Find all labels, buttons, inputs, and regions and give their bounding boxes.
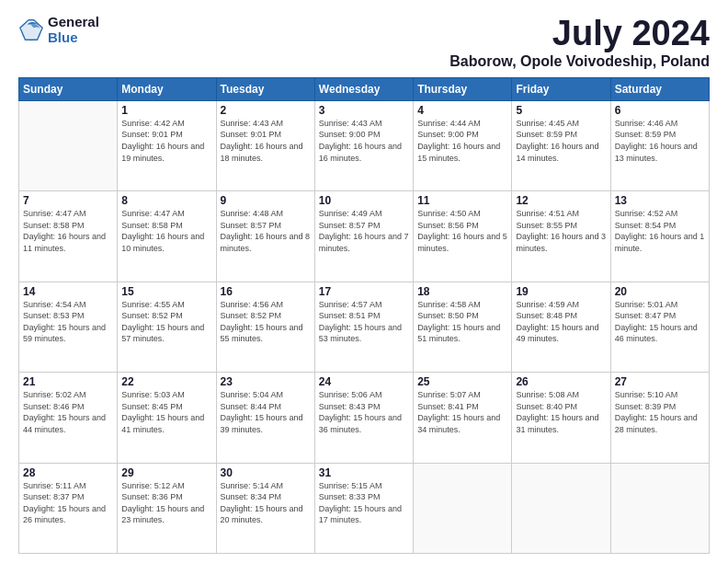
page: General Blue July 2024 Baborow, Opole Vo…: [0, 0, 728, 563]
logo-text: General Blue: [48, 15, 99, 45]
logo-blue-text: Blue: [48, 30, 99, 46]
day-number: 3: [319, 104, 409, 117]
day-number: 9: [221, 194, 311, 207]
day-info: Sunrise: 4:54 AMSunset: 8:53 PMDaylight:…: [23, 299, 113, 345]
table-row: 15Sunrise: 4:55 AMSunset: 8:52 PMDayligh…: [118, 282, 216, 372]
table-row: 12Sunrise: 4:51 AMSunset: 8:55 PMDayligh…: [512, 191, 610, 282]
location-title: Baborow, Opole Voivodeship, Poland: [449, 53, 710, 70]
table-row: 7Sunrise: 4:47 AMSunset: 8:58 PMDaylight…: [19, 191, 118, 282]
day-info: Sunrise: 5:15 AMSunset: 8:33 PMDaylight:…: [319, 480, 409, 526]
table-row: 28Sunrise: 5:11 AMSunset: 8:37 PMDayligh…: [19, 463, 118, 553]
table-row: 16Sunrise: 4:56 AMSunset: 8:52 PMDayligh…: [216, 282, 314, 372]
day-info: Sunrise: 5:01 AMSunset: 8:47 PMDaylight:…: [615, 299, 705, 345]
day-info: Sunrise: 4:45 AMSunset: 8:59 PMDaylight:…: [516, 118, 606, 164]
day-info: Sunrise: 5:14 AMSunset: 8:34 PMDaylight:…: [221, 480, 311, 526]
day-info: Sunrise: 4:49 AMSunset: 8:57 PMDaylight:…: [319, 208, 409, 254]
day-number: 10: [319, 194, 409, 207]
day-info: Sunrise: 4:48 AMSunset: 8:57 PMDaylight:…: [221, 208, 311, 254]
day-info: Sunrise: 5:07 AMSunset: 8:41 PMDaylight:…: [417, 389, 507, 435]
header-sunday: Sunday: [19, 77, 118, 100]
table-row: 30Sunrise: 5:14 AMSunset: 8:34 PMDayligh…: [216, 463, 314, 553]
calendar-week-row: 1Sunrise: 4:42 AMSunset: 9:01 PMDaylight…: [19, 100, 710, 190]
table-row: 4Sunrise: 4:44 AMSunset: 9:00 PMDaylight…: [414, 100, 512, 190]
table-row: 24Sunrise: 5:06 AMSunset: 8:43 PMDayligh…: [314, 373, 413, 463]
day-info: Sunrise: 4:43 AMSunset: 9:01 PMDaylight:…: [221, 118, 311, 164]
table-row: 2Sunrise: 4:43 AMSunset: 9:01 PMDaylight…: [216, 100, 314, 190]
calendar-table: Sunday Monday Tuesday Wednesday Thursday…: [18, 77, 710, 554]
table-row: 1Sunrise: 4:42 AMSunset: 9:01 PMDaylight…: [118, 100, 216, 190]
day-number: 17: [319, 285, 409, 298]
table-row: 22Sunrise: 5:03 AMSunset: 8:45 PMDayligh…: [118, 373, 216, 463]
day-info: Sunrise: 5:11 AMSunset: 8:37 PMDaylight:…: [23, 480, 113, 526]
table-row: [610, 463, 709, 553]
day-info: Sunrise: 4:47 AMSunset: 8:58 PMDaylight:…: [121, 208, 211, 254]
logo: General Blue: [18, 15, 99, 45]
day-number: 7: [23, 194, 113, 207]
header-monday: Monday: [118, 77, 216, 100]
day-info: Sunrise: 4:43 AMSunset: 9:00 PMDaylight:…: [319, 118, 409, 164]
calendar-week-row: 21Sunrise: 5:02 AMSunset: 8:46 PMDayligh…: [19, 373, 710, 463]
day-number: 22: [121, 375, 211, 388]
header-wednesday: Wednesday: [314, 77, 413, 100]
day-number: 26: [516, 375, 606, 388]
header-thursday: Thursday: [414, 77, 512, 100]
day-number: 18: [417, 285, 507, 298]
table-row: 14Sunrise: 4:54 AMSunset: 8:53 PMDayligh…: [19, 282, 118, 372]
day-info: Sunrise: 5:10 AMSunset: 8:39 PMDaylight:…: [615, 389, 705, 435]
day-number: 13: [615, 194, 705, 207]
table-row: 26Sunrise: 5:08 AMSunset: 8:40 PMDayligh…: [512, 373, 610, 463]
table-row: 18Sunrise: 4:58 AMSunset: 8:50 PMDayligh…: [414, 282, 512, 372]
calendar-week-row: 7Sunrise: 4:47 AMSunset: 8:58 PMDaylight…: [19, 191, 710, 282]
day-info: Sunrise: 4:55 AMSunset: 8:52 PMDaylight:…: [121, 299, 211, 345]
day-number: 29: [121, 466, 211, 479]
table-row: 23Sunrise: 5:04 AMSunset: 8:44 PMDayligh…: [216, 373, 314, 463]
table-row: 3Sunrise: 4:43 AMSunset: 9:00 PMDaylight…: [314, 100, 413, 190]
header-friday: Friday: [512, 77, 610, 100]
day-number: 25: [417, 375, 507, 388]
day-info: Sunrise: 5:04 AMSunset: 8:44 PMDaylight:…: [221, 389, 311, 435]
day-number: 19: [516, 285, 606, 298]
day-info: Sunrise: 4:44 AMSunset: 9:00 PMDaylight:…: [417, 118, 507, 164]
day-number: 8: [121, 194, 211, 207]
table-row: 29Sunrise: 5:12 AMSunset: 8:36 PMDayligh…: [118, 463, 216, 553]
month-title: July 2024: [449, 15, 710, 53]
day-info: Sunrise: 5:08 AMSunset: 8:40 PMDaylight:…: [516, 389, 606, 435]
table-row: 5Sunrise: 4:45 AMSunset: 8:59 PMDaylight…: [512, 100, 610, 190]
table-row: 19Sunrise: 4:59 AMSunset: 8:48 PMDayligh…: [512, 282, 610, 372]
table-row: 13Sunrise: 4:52 AMSunset: 8:54 PMDayligh…: [610, 191, 709, 282]
day-number: 4: [417, 104, 507, 117]
calendar-header-row: Sunday Monday Tuesday Wednesday Thursday…: [19, 77, 710, 100]
table-row: [414, 463, 512, 553]
day-number: 14: [23, 285, 113, 298]
day-info: Sunrise: 4:59 AMSunset: 8:48 PMDaylight:…: [516, 299, 606, 345]
table-row: 20Sunrise: 5:01 AMSunset: 8:47 PMDayligh…: [610, 282, 709, 372]
header-tuesday: Tuesday: [216, 77, 314, 100]
header-saturday: Saturday: [610, 77, 709, 100]
calendar-week-row: 14Sunrise: 4:54 AMSunset: 8:53 PMDayligh…: [19, 282, 710, 372]
day-number: 16: [221, 285, 311, 298]
header: General Blue July 2024 Baborow, Opole Vo…: [18, 15, 710, 70]
table-row: 31Sunrise: 5:15 AMSunset: 8:33 PMDayligh…: [314, 463, 413, 553]
table-row: 6Sunrise: 4:46 AMSunset: 8:59 PMDaylight…: [610, 100, 709, 190]
day-info: Sunrise: 4:57 AMSunset: 8:51 PMDaylight:…: [319, 299, 409, 345]
day-info: Sunrise: 4:47 AMSunset: 8:58 PMDaylight:…: [23, 208, 113, 254]
day-number: 12: [516, 194, 606, 207]
day-info: Sunrise: 4:56 AMSunset: 8:52 PMDaylight:…: [221, 299, 311, 345]
day-info: Sunrise: 5:12 AMSunset: 8:36 PMDaylight:…: [121, 480, 211, 526]
day-number: 28: [23, 466, 113, 479]
day-number: 11: [417, 194, 507, 207]
day-info: Sunrise: 4:51 AMSunset: 8:55 PMDaylight:…: [516, 208, 606, 254]
day-number: 27: [615, 375, 705, 388]
table-row: 25Sunrise: 5:07 AMSunset: 8:41 PMDayligh…: [414, 373, 512, 463]
day-info: Sunrise: 5:06 AMSunset: 8:43 PMDaylight:…: [319, 389, 409, 435]
table-row: [512, 463, 610, 553]
table-row: 9Sunrise: 4:48 AMSunset: 8:57 PMDaylight…: [216, 191, 314, 282]
day-number: 6: [615, 104, 705, 117]
day-number: 1: [121, 104, 211, 117]
table-row: 17Sunrise: 4:57 AMSunset: 8:51 PMDayligh…: [314, 282, 413, 372]
day-number: 2: [221, 104, 311, 117]
day-number: 15: [121, 285, 211, 298]
table-row: 10Sunrise: 4:49 AMSunset: 8:57 PMDayligh…: [314, 191, 413, 282]
table-row: 8Sunrise: 4:47 AMSunset: 8:58 PMDaylight…: [118, 191, 216, 282]
title-section: July 2024 Baborow, Opole Voivodeship, Po…: [449, 15, 710, 70]
